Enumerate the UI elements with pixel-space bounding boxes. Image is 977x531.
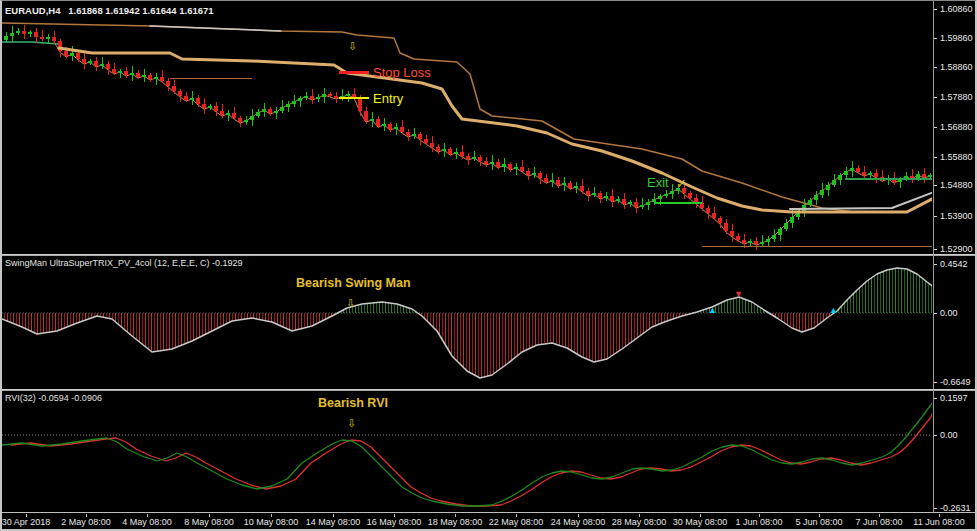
down-arrow-icon[interactable]: ⇩ [347, 418, 356, 429]
time-axis-label: 16 May 08:00 [367, 517, 422, 527]
down-arrow-icon[interactable]: ⇩ [346, 298, 355, 309]
time-axis[interactable]: 30 Apr 20182 May 08:004 May 08:008 May 0… [2, 514, 977, 529]
time-axis-label: 10 May 08:00 [244, 517, 299, 527]
candlestick-chart-canvas[interactable] [2, 3, 932, 254]
exit-label[interactable]: Exit [647, 175, 669, 190]
value-axis[interactable]: 1.608601.598601.588601.578801.568801.558… [933, 1, 977, 513]
time-axis-label: 28 May 08:00 [612, 517, 667, 527]
panel-separator[interactable] [2, 512, 977, 513]
axis-value-label: 1.60860 [940, 4, 973, 14]
time-axis-label: 18 May 08:00 [428, 517, 483, 527]
axis-value-label: 0.00 [940, 308, 958, 318]
swingman-title: SwingMan UltraSuperTRIX_PV_4col (12, E,E… [5, 258, 243, 268]
axis-value-label: -0.2631 [940, 503, 971, 513]
axis-value-label: 1.55880 [940, 152, 973, 162]
sell-arrow[interactable]: ▼ [734, 290, 743, 299]
time-axis-label: 4 May 08:00 [122, 517, 172, 527]
axis-separator-line [933, 1, 934, 512]
buy-arrow-2[interactable]: ▲ [829, 306, 838, 315]
rvi-line-canvas[interactable] [2, 391, 932, 513]
axis-value-label: 0.4542 [940, 259, 968, 269]
axis-value-label: 1.53900 [940, 211, 973, 221]
swingman-histogram-canvas[interactable] [2, 256, 932, 389]
exit-checkmark-icon[interactable]: ✓ [676, 176, 687, 191]
time-axis-label: 14 May 08:00 [306, 517, 361, 527]
entry-label[interactable]: Entry [373, 91, 403, 106]
axis-value-label: 1.59860 [940, 33, 973, 43]
bearish-rvi-label[interactable]: Bearish RVI [318, 396, 388, 410]
axis-value-label: 0.00 [940, 430, 958, 440]
main-price-panel[interactable]: EURAUD,H4 1.61868 1.61942 1.61644 1.6167… [2, 3, 932, 254]
time-axis-label: 7 Jun 08:00 [855, 517, 902, 527]
rvi-title: RVI(32) -0.0594 -0.0906 [5, 393, 102, 403]
axis-value-label: 1.54880 [940, 180, 973, 190]
axis-value-label: 1.52900 [940, 244, 973, 254]
axis-value-label: 1.58860 [940, 62, 973, 72]
time-axis-label: 5 Jun 08:00 [795, 517, 842, 527]
axis-value-label: 0.1597 [940, 393, 968, 403]
time-axis-label: 30 May 08:00 [673, 517, 728, 527]
mt4-chart-window: EURAUD,H4 1.61868 1.61942 1.61644 1.6167… [0, 0, 977, 531]
chart-title: EURAUD,H4 1.61868 1.61942 1.61644 1.6167… [5, 5, 214, 16]
time-axis-label: 22 May 08:00 [489, 517, 544, 527]
time-axis-label: 1 Jun 08:00 [735, 517, 782, 527]
time-axis-label: 8 May 08:00 [184, 517, 234, 527]
bearish-swingman-label[interactable]: Bearish Swing Man [296, 276, 411, 290]
buy-arrow-1[interactable]: ▲ [708, 306, 717, 315]
axis-value-label: -0.6649 [940, 377, 971, 387]
time-axis-label: 2 May 08:00 [61, 517, 111, 527]
axis-value-label: 1.56880 [940, 122, 973, 132]
rvi-indicator-panel[interactable]: RVI(32) -0.0594 -0.0906 Bearish RVI ⇩ [2, 391, 932, 513]
time-axis-label: 30 Apr 2018 [2, 517, 51, 527]
time-axis-label: 11 Jun 08:00 [913, 517, 964, 527]
axis-value-label: 1.57880 [940, 92, 973, 102]
swingman-indicator-panel[interactable]: SwingMan UltraSuperTRIX_PV_4col (12, E,E… [2, 256, 932, 389]
time-axis-label: 24 May 08:00 [551, 517, 606, 527]
down-arrow-icon[interactable]: ⇩ [348, 41, 357, 52]
stop-loss-label[interactable]: Stop Loss [373, 65, 431, 80]
